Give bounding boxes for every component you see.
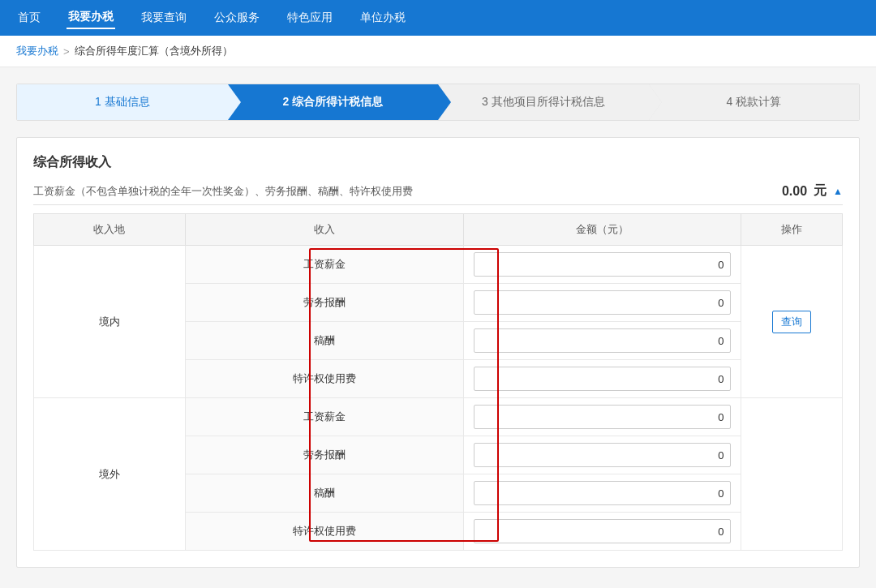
domestic-label: 境内 bbox=[34, 246, 186, 398]
query-button-domestic[interactable]: 查询 bbox=[772, 311, 811, 333]
income-type-domestic-1: 工资薪金 bbox=[185, 246, 463, 284]
amount-cell-foreign-1 bbox=[463, 398, 741, 436]
steps-bar: 1 基础信息 2 综合所得计税信息 3 其他项目所得计税信息 4 税款计算 bbox=[16, 84, 860, 121]
top-nav: 首页 我要办税 我要查询 公众服务 特色应用 单位办税 bbox=[0, 0, 876, 36]
amount-cell-domestic-1 bbox=[463, 246, 741, 284]
table-row: 境外 工资薪金 bbox=[34, 398, 843, 436]
amount-input-domestic-3[interactable] bbox=[474, 328, 732, 353]
income-type-domestic-2: 劳务报酬 bbox=[185, 284, 463, 322]
main-content: 1 基础信息 2 综合所得计税信息 3 其他项目所得计税信息 4 税款计算 综合… bbox=[0, 67, 876, 587]
col-amount: 金额（元） bbox=[463, 214, 741, 246]
col-region: 收入地 bbox=[34, 214, 186, 246]
income-table: 收入地 收入 金额（元） 操作 境内 工资薪金 bbox=[33, 213, 843, 551]
nav-tax-handle[interactable]: 我要办税 bbox=[67, 6, 115, 29]
action-domestic: 查询 bbox=[741, 246, 843, 398]
income-type-foreign-3: 稿酬 bbox=[185, 474, 463, 513]
nav-query[interactable]: 我要查询 bbox=[140, 7, 188, 28]
nav-home[interactable]: 首页 bbox=[16, 7, 42, 28]
step-1[interactable]: 1 基础信息 bbox=[17, 84, 228, 120]
nav-unit[interactable]: 单位办税 bbox=[359, 7, 407, 28]
income-type-domestic-3: 稿酬 bbox=[185, 322, 463, 360]
section-header: 综合所得收入 工资薪金（不包含单独计税的全年一次性奖金）、劳务报酬、稿酬、特许权… bbox=[33, 154, 843, 205]
income-type-foreign-4: 特许权使用费 bbox=[185, 513, 463, 551]
amount-cell-foreign-4 bbox=[463, 513, 741, 551]
nav-public[interactable]: 公众服务 bbox=[213, 7, 261, 28]
amount-input-foreign-3[interactable] bbox=[474, 481, 732, 505]
income-type-foreign-2: 劳务报酬 bbox=[185, 436, 463, 474]
collapse-icon[interactable]: ▲ bbox=[833, 186, 843, 197]
amount-cell-foreign-2 bbox=[463, 436, 741, 474]
amount-cell-domestic-2 bbox=[463, 284, 741, 322]
section-subtitle-row: 工资薪金（不包含单独计税的全年一次性奖金）、劳务报酬、稿酬、特许权使用费 0.0… bbox=[33, 178, 843, 205]
amount-input-domestic-4[interactable] bbox=[474, 367, 732, 391]
breadcrumb-home[interactable]: 我要办税 bbox=[16, 44, 58, 58]
amount-cell-domestic-4 bbox=[463, 360, 741, 398]
breadcrumb-current: 综合所得年度汇算（含境外所得） bbox=[75, 44, 233, 58]
income-type-domestic-4: 特许权使用费 bbox=[185, 360, 463, 398]
amount-input-foreign-2[interactable] bbox=[474, 443, 732, 467]
income-card: 综合所得收入 工资薪金（不包含单独计税的全年一次性奖金）、劳务报酬、稿酬、特许权… bbox=[16, 137, 860, 568]
step-2[interactable]: 2 综合所得计税信息 bbox=[228, 84, 439, 120]
table-row: 境内 工资薪金 查询 bbox=[34, 246, 843, 284]
amount-cell-foreign-3 bbox=[463, 474, 741, 513]
step-4[interactable]: 4 税款计算 bbox=[649, 84, 860, 120]
step-3[interactable]: 3 其他项目所得计税信息 bbox=[438, 84, 649, 120]
amount-cell-domestic-3 bbox=[463, 322, 741, 360]
amount-input-foreign-4[interactable] bbox=[474, 519, 732, 543]
action-foreign bbox=[741, 398, 843, 551]
breadcrumb-sep: > bbox=[63, 45, 70, 58]
col-income: 收入 bbox=[185, 214, 463, 246]
amount-input-domestic-1[interactable] bbox=[474, 252, 732, 277]
amount-input-foreign-1[interactable] bbox=[474, 405, 732, 429]
foreign-label: 境外 bbox=[34, 398, 186, 551]
section-amount: 0.00 元 ▲ bbox=[782, 182, 843, 200]
breadcrumb: 我要办税 > 综合所得年度汇算（含境外所得） bbox=[0, 36, 876, 67]
section-title: 综合所得收入 bbox=[33, 154, 843, 171]
section-subtitle: 工资薪金（不包含单独计税的全年一次性奖金）、劳务报酬、稿酬、特许权使用费 bbox=[33, 184, 413, 199]
income-type-foreign-1: 工资薪金 bbox=[185, 398, 463, 436]
amount-input-domestic-2[interactable] bbox=[474, 290, 732, 315]
col-action: 操作 bbox=[741, 214, 843, 246]
nav-special[interactable]: 特色应用 bbox=[286, 7, 334, 28]
